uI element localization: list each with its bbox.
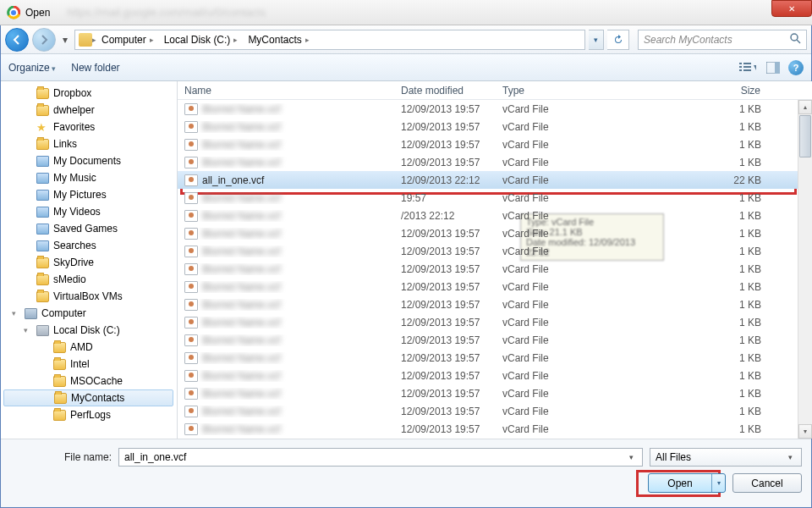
col-name[interactable]: Name <box>178 85 394 97</box>
col-size[interactable]: Size <box>597 85 797 97</box>
open-button[interactable]: Open ▾ <box>648 473 726 493</box>
file-size: 22 KB <box>597 174 797 186</box>
scroll-thumb[interactable] <box>799 115 811 157</box>
file-row[interactable]: Blurred Name.vcf12/09/2013 19:57vCard Fi… <box>178 242 812 260</box>
vcard-icon <box>184 423 198 435</box>
scroll-up-arrow[interactable]: ▴ <box>798 100 812 114</box>
file-name: Blurred Name.vcf <box>202 406 281 417</box>
scroll-down-arrow[interactable]: ▾ <box>798 424 812 439</box>
file-row[interactable]: Blurred Name.vcf12/09/2013 19:57vCard Fi… <box>178 100 812 118</box>
vcard-icon <box>184 334 198 346</box>
file-row[interactable]: Blurred Name.vcf12/09/2013 19:57vCard Fi… <box>178 224 812 242</box>
vcard-icon <box>184 139 198 151</box>
file-size: 1 KB <box>597 352 797 364</box>
col-date[interactable]: Date modified <box>394 85 496 97</box>
file-size: 1 KB <box>597 210 797 222</box>
vcard-icon <box>184 281 198 293</box>
file-name: Blurred Name.vcf <box>202 299 281 311</box>
folder-icon <box>36 274 49 285</box>
file-type: vCard File <box>496 263 597 275</box>
file-row[interactable]: Blurred Name.vcf12/09/2013 19:57vCard Fi… <box>178 367 812 384</box>
folder-icon <box>53 342 66 353</box>
file-size: 1 KB <box>597 103 797 115</box>
cancel-button[interactable]: Cancel <box>732 473 802 493</box>
file-type: vCard File <box>496 423 597 435</box>
file-type: vCard File <box>496 334 597 346</box>
vcard-icon <box>184 121 198 133</box>
vcard-icon <box>184 388 198 400</box>
file-type: vCard File <box>496 370 597 382</box>
file-type: vCard File <box>496 174 597 186</box>
file-row[interactable]: Blurred Name.vcf12/09/2013 19:57vCard Fi… <box>178 295 812 313</box>
file-name: Blurred Name.vcf <box>202 423 281 435</box>
file-row[interactable]: Blurred Name.vcf12/09/2013 19:57vCard Fi… <box>178 118 812 135</box>
folder-icon <box>36 291 49 302</box>
file-row[interactable]: Blurred Name.vcf/2013 22:12vCard File1 K… <box>178 207 812 224</box>
file-date: 12/09/2013 19:57 <box>394 352 496 364</box>
file-row[interactable]: Blurred Name.vcf19:57vCard File1 KB <box>178 189 812 207</box>
file-type: vCard File <box>496 299 597 311</box>
file-row[interactable]: all_in_one.vcf12/09/2013 22:12vCard File… <box>178 171 812 189</box>
file-date: 12/09/2013 19:57 <box>394 317 496 329</box>
file-row[interactable]: Blurred Name.vcf12/09/2013 19:57vCard Fi… <box>178 278 812 295</box>
folder-icon <box>36 105 49 116</box>
file-date: 12/09/2013 19:57 <box>394 423 496 435</box>
open-split-dropdown[interactable]: ▾ <box>711 474 725 492</box>
file-type: vCard File <box>496 406 597 417</box>
file-row[interactable]: Blurred Name.vcf12/09/2013 19:57vCard Fi… <box>178 313 812 331</box>
file-name: Blurred Name.vcf <box>202 228 281 240</box>
file-size: 1 KB <box>597 228 797 240</box>
file-size: 1 KB <box>597 246 797 257</box>
close-button[interactable]: ✕ <box>771 0 812 17</box>
file-type: vCard File <box>496 103 597 115</box>
file-name: Blurred Name.vcf <box>202 317 281 329</box>
file-size: 1 KB <box>597 281 797 293</box>
file-date: 12/09/2013 19:57 <box>394 121 496 133</box>
col-type[interactable]: Type <box>496 85 597 97</box>
folder-icon <box>54 393 67 404</box>
file-name: Blurred Name.vcf <box>202 192 281 204</box>
file-date: 12/09/2013 19:57 <box>394 299 496 311</box>
vcard-icon <box>184 263 198 275</box>
file-name: Blurred Name.vcf <box>202 281 281 293</box>
file-row[interactable]: Blurred Name.vcf12/09/2013 19:57vCard Fi… <box>178 384 812 402</box>
blurred-url: https://mail.google.com/mail/u/0/contact… <box>67 6 266 19</box>
file-row[interactable]: Blurred Name.vcf12/09/2013 19:57vCard Fi… <box>178 331 812 349</box>
folder-icon <box>53 359 66 370</box>
file-row[interactable]: Blurred Name.vcf12/09/2013 19:57vCard Fi… <box>178 420 812 438</box>
vcard-icon <box>184 192 198 204</box>
file-date: 12/09/2013 19:57 <box>394 263 496 275</box>
vcard-icon <box>184 370 198 382</box>
file-list[interactable]: Type: vCard FileSize: 21.1 KBDate modifi… <box>178 100 812 439</box>
vcard-icon <box>184 299 198 311</box>
file-date: 12/09/2013 19:57 <box>394 246 496 257</box>
column-headers[interactable]: Name Date modified Type Size <box>178 81 812 100</box>
file-row[interactable]: Blurred Name.vcf12/09/2013 19:57vCard Fi… <box>178 402 812 420</box>
file-size: 1 KB <box>597 423 797 435</box>
vcard-icon <box>184 406 198 417</box>
file-type: vCard File <box>496 246 597 257</box>
file-name: Blurred Name.vcf <box>202 246 281 257</box>
file-size: 1 KB <box>597 299 797 311</box>
file-type: vCard File <box>496 317 597 329</box>
file-size: 1 KB <box>597 388 797 400</box>
file-type: vCard File <box>496 192 597 204</box>
file-date: 12/09/2013 19:57 <box>394 103 496 115</box>
file-name: Blurred Name.vcf <box>202 157 281 168</box>
file-type: vCard File <box>496 281 597 293</box>
file-size: 1 KB <box>597 317 797 329</box>
file-name: Blurred Name.vcf <box>202 121 281 133</box>
folder-icon <box>36 88 49 99</box>
file-name: Blurred Name.vcf <box>202 210 281 222</box>
file-row[interactable]: Blurred Name.vcf12/09/2013 19:57vCard Fi… <box>178 260 812 278</box>
window-title: Open <box>25 7 50 19</box>
vertical-scrollbar[interactable]: ▴ ▾ <box>798 100 812 439</box>
file-size: 1 KB <box>597 263 797 275</box>
vcard-icon <box>184 210 198 222</box>
file-size: 1 KB <box>597 139 797 151</box>
file-row[interactable]: Blurred Name.vcf12/09/2013 19:57vCard Fi… <box>178 135 812 153</box>
file-date: 12/09/2013 19:57 <box>394 228 496 240</box>
file-pane: Name Date modified Type Size Type: vCard… <box>178 81 812 439</box>
file-row[interactable]: Blurred Name.vcf12/09/2013 19:57vCard Fi… <box>178 153 812 171</box>
file-row[interactable]: Blurred Name.vcf12/09/2013 19:57vCard Fi… <box>178 349 812 367</box>
